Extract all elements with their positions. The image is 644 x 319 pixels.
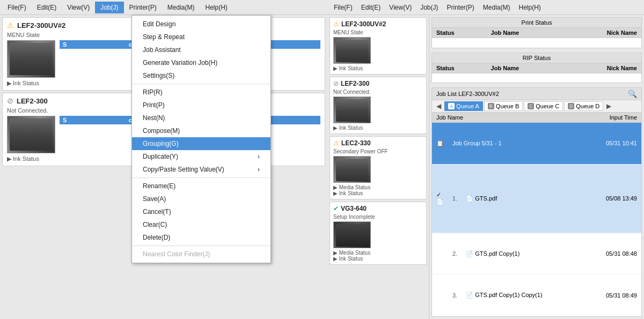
job-check: ✓📄 [432, 164, 448, 233]
menu-file[interactable]: File(F) [2, 2, 32, 13]
job-dropdown-menu: Edit Design Step & Repeat Job Assistant … [131, 15, 271, 263]
menu-cancel[interactable]: Cancel(T) [132, 205, 270, 218]
col-s: S [60, 40, 126, 49]
next-queue-arrow[interactable]: ▶ [604, 101, 613, 111]
job-time: 05/31 08:48 [584, 233, 641, 275]
menu-edit[interactable]: Edit(E) [32, 2, 62, 13]
menu-save[interactable]: Save(A) [132, 192, 270, 205]
menu-delete[interactable]: Delete(D) [132, 231, 270, 244]
menu-duplicate[interactable]: Duplicate(Y)› [132, 150, 270, 163]
menu-settings[interactable]: Settings(S) [132, 69, 270, 82]
check-icon: ✔ [333, 205, 339, 212]
job-check [432, 275, 448, 316]
right-menu-view[interactable]: View(V) [385, 2, 416, 13]
right-menu-job[interactable]: Job(J) [416, 2, 442, 13]
warning-icon: ⚠ [7, 21, 14, 29]
pdf-icon: 📄 [466, 292, 473, 298]
menu-grouping[interactable]: Grouping(G) [132, 137, 270, 150]
right-device-status: MENU State [333, 29, 423, 35]
job-time: 05/08 13:49 [584, 164, 641, 233]
separator-3 [132, 246, 270, 246]
pdf-icon: 📄 [466, 250, 473, 257]
rip-status-table: Status Job Name Nick Name [432, 63, 641, 83]
menu-printer[interactable]: Printer(P) [124, 2, 162, 13]
right-menu-file[interactable]: File(F) [330, 2, 357, 13]
menu-step-repeat[interactable]: Step & Repeat [132, 31, 270, 43]
queue-tab-d[interactable]: D Queue D [564, 101, 603, 111]
job-table: Job Name Input Time 📋 Job Group 5/31 - 1… [432, 113, 641, 316]
menu-clear[interactable]: Clear(C) [132, 218, 270, 231]
rip-status-row [432, 73, 641, 83]
job-name: 📄 GTS.pdf Copy(1) Copy(1) [462, 275, 584, 316]
print-status-row [432, 38, 641, 48]
right-menu-printer[interactable]: Printer(P) [443, 2, 479, 13]
warning-icon: ⚠ [333, 20, 339, 28]
col-nick-name: Nick Name [562, 63, 641, 73]
queue-tab-b[interactable]: B Queue B [484, 101, 523, 111]
right-media-status-link[interactable]: ▶ Media Status [333, 250, 423, 256]
right-menu-help[interactable]: Help(H) [515, 2, 545, 13]
right-device-lec2-330: ⚠ LEC2-330 Secondary Power OFF ▶ Media S… [330, 136, 427, 199]
right-menu-bar: File(F) Edit(E) View(V) Job(J) Printer(P… [327, 0, 644, 15]
job-number: 1. [448, 164, 462, 233]
right-ink-status-link[interactable]: ▶ Ink Status [333, 256, 423, 262]
job-row-2[interactable]: 2. 📄 GTS.pdf Copy(1) 05/31 08:48 [432, 233, 641, 275]
menu-job[interactable]: Job(J) [95, 2, 123, 13]
job-check [432, 233, 448, 275]
right-device-vg3-640: ✔ VG3-640 Setup Incomplete ▶ Media Statu… [330, 202, 427, 265]
job-row-3[interactable]: 3. 📄 GTS.pdf Copy(1) Copy(1) 05/31 08:49 [432, 275, 641, 316]
menu-rip[interactable]: RIP(R) [132, 86, 270, 99]
right-device-image [333, 97, 371, 123]
menu-copy-paste[interactable]: Copy/Paste Setting Value(V)› [132, 163, 270, 176]
device-image [7, 40, 55, 78]
col-s: S [60, 116, 126, 124]
search-icon[interactable]: 🔍 [628, 90, 637, 98]
menu-media[interactable]: Media(M) [162, 2, 200, 13]
menu-compose[interactable]: Compose(M) [132, 124, 270, 137]
queue-badge-c: C [528, 103, 534, 109]
device-name: LEF2-300 [17, 97, 48, 105]
menu-nearest-color: Nearest Color Finder(J) [132, 248, 270, 261]
right-device-lef2-300: ⊘ LEF2-300 Not Connected. ▶ Ink Status [330, 77, 427, 134]
prev-queue-arrow[interactable]: ◀ [434, 101, 443, 111]
right-device-status: Setup Incomplete [333, 214, 423, 220]
right-media-status-link[interactable]: ▶ Media Status [333, 184, 423, 190]
menu-view[interactable]: View(V) [62, 2, 95, 13]
right-device-list: ⚠ LEF2-300UV#2 MENU State ▶ Ink Status ⊘… [327, 15, 429, 319]
right-device-image [333, 221, 371, 248]
menu-rename[interactable]: Rename(E) [132, 180, 270, 192]
right-device-name: LEF2-300 [341, 80, 369, 87]
right-panel: File(F) Edit(E) View(V) Job(J) Printer(P… [327, 0, 644, 319]
menu-edit-design[interactable]: Edit Design [132, 18, 270, 31]
device-image-inner [10, 43, 53, 75]
queue-tab-c[interactable]: C Queue C [524, 101, 563, 111]
queue-tabs: ◀ A Queue A B Queue B C Queue C D [432, 100, 641, 113]
job-group-row[interactable]: 📋 Job Group 5/31 - 1 05/31 10:41 [432, 123, 641, 165]
separator-2 [132, 177, 270, 178]
menu-job-assistant[interactable]: Job Assistant [132, 43, 270, 56]
right-device-image [333, 156, 371, 183]
right-ink-status-link[interactable]: ▶ Ink Status [333, 190, 423, 196]
menu-generate-variation[interactable]: Generate Variation Job(H) [132, 56, 270, 69]
menu-print[interactable]: Print(P) [132, 99, 270, 112]
col-job-name: Job Name [432, 113, 584, 123]
queue-tab-a[interactable]: A Queue A [444, 101, 483, 111]
job-list-title: Job List LEF2-300UV#2 🔍 [432, 88, 641, 100]
right-ink-status-link[interactable]: ▶ Ink Status [333, 125, 423, 131]
col-job-name: Job Name [487, 28, 562, 38]
rip-status-section: RIP Status Status Job Name Nick Name [431, 53, 642, 84]
right-device-header: ⚠ LEC2-330 [333, 139, 423, 147]
rip-status-title: RIP Status [432, 53, 641, 63]
right-ink-status-link[interactable]: ▶ Ink Status [333, 65, 423, 71]
job-row-1[interactable]: ✓📄 1. 📄 GTS.pdf 05/08 13:49 [432, 164, 641, 233]
menu-help[interactable]: Help(H) [200, 2, 233, 13]
left-panel: File(F) Edit(E) View(V) Job(J) Printer(P… [0, 0, 327, 319]
col-nick-name: Nick Name [562, 28, 641, 38]
not-connected-icon: ⊘ [7, 97, 13, 105]
right-menu-media[interactable]: Media(M) [479, 2, 515, 13]
right-menu-edit[interactable]: Edit(E) [357, 2, 385, 13]
queue-label-c: Queue C [536, 103, 559, 109]
warning-icon: ⚠ [333, 139, 339, 147]
menu-nest[interactable]: Nest(N) [132, 112, 270, 124]
right-device-name: LEF2-300UV#2 [341, 20, 386, 28]
